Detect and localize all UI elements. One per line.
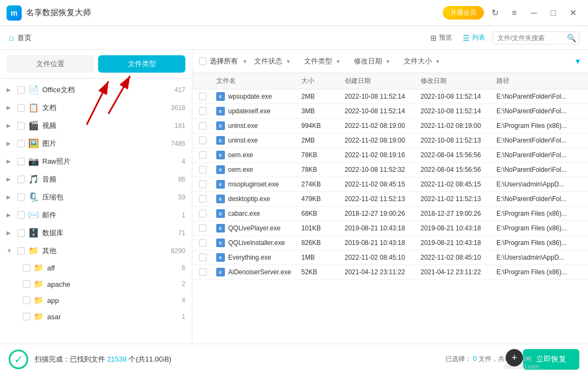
table-row[interactable]: E updateself.exe 3MB 2022-10-08 11:52:14…: [192, 104, 588, 119]
row-checkbox[interactable]: [199, 239, 206, 247]
sidebar-subitem-app[interactable]: 📁 app 4: [0, 292, 192, 308]
sidebar-item-doc[interactable]: ▶ 📋 文档 3618: [0, 99, 192, 117]
row-size: 78KB: [301, 151, 345, 159]
checkbox-database[interactable]: [17, 229, 25, 237]
add-button[interactable]: +: [506, 349, 523, 366]
row-checkbox[interactable]: [199, 224, 206, 232]
row-checkbox[interactable]: [199, 93, 206, 100]
checkbox-audio[interactable]: [17, 176, 25, 183]
select-all-checkbox[interactable]: [199, 57, 206, 65]
expand-icon: ▶: [7, 122, 14, 128]
row-checkbox[interactable]: [199, 107, 206, 115]
sidebar-item-other[interactable]: ▼ 📁 其他 8290: [0, 242, 192, 260]
sidebar-item-video[interactable]: ▶ 🎬 视频 181: [0, 117, 192, 134]
sidebar-subitem-asar[interactable]: 📁 asar 1: [0, 308, 192, 325]
filter-file-status[interactable]: 文件状态 ▼: [248, 54, 298, 68]
menu-button[interactable]: ≡: [506, 4, 523, 22]
modify-date-chevron: ▼: [385, 59, 391, 65]
table-row[interactable]: E Everything.exe 1MB 2022-11-02 08:45:10…: [192, 250, 588, 265]
checkbox-doc[interactable]: [17, 104, 25, 112]
search-input[interactable]: [493, 31, 579, 44]
row-created: 2022-11-02 08:19:16: [345, 151, 421, 159]
row-checkbox[interactable]: [199, 180, 206, 188]
sidebar-subitem-apache[interactable]: 📁 apache 2: [0, 276, 192, 292]
row-checkbox[interactable]: [199, 151, 206, 159]
table-row[interactable]: E cabarc.exe 68KB 2018-12-27 19:00:26 20…: [192, 207, 588, 221]
titlebar: m 名享数据恢复大师 开通会员 ↻ ≡ ─ □ ✕: [0, 0, 588, 26]
app-title: 名享数据恢复大师: [26, 8, 91, 18]
check-icon: ✓: [9, 350, 28, 369]
table-row[interactable]: E AiDenoiserServer.exe 52KB 2021-04-12 2…: [192, 265, 588, 280]
row-created: 2019-08-21 10:43:18: [345, 224, 421, 232]
row-checkbox-cell: [199, 137, 216, 144]
row-checkbox[interactable]: [199, 122, 206, 130]
checkbox-asar[interactable]: [23, 313, 30, 320]
row-checkbox[interactable]: [199, 254, 206, 261]
titlebar-right: 开通会员 ↻ ≡ ─ □ ✕: [443, 4, 581, 22]
list-view-btn[interactable]: ☰ 列表: [460, 31, 488, 44]
checkbox-image[interactable]: [17, 140, 25, 147]
checkbox-other[interactable]: [17, 247, 25, 255]
filter-modify-date[interactable]: 修改日期 ▼: [347, 54, 397, 68]
table-row[interactable]: E oem.exe 78KB 2022-10-08 11:52:32 2022-…: [192, 163, 588, 177]
table-row[interactable]: E wpsupdate.exe 2MB 2022-10-08 11:52:14 …: [192, 89, 588, 104]
filter-file-size[interactable]: 文件大小 ▼: [397, 54, 447, 68]
item-count-image: 7486: [171, 140, 185, 147]
sidebar-item-audio[interactable]: ▶ 🎵 音频 86: [0, 170, 192, 188]
checkbox-archive[interactable]: [17, 194, 25, 201]
sidebar-item-image[interactable]: ▶ 🖼️ 图片 7486: [0, 134, 192, 152]
checkbox-apache[interactable]: [23, 280, 30, 288]
filter-file-type[interactable]: 文件类型 ▼: [298, 54, 347, 68]
table-row[interactable]: E QQLivePlayer.exe 101KB 2019-08-21 10:4…: [192, 221, 588, 236]
tab-file-location[interactable]: 文件位置: [7, 55, 94, 73]
sidebar-item-archive[interactable]: ▶ 🗜️ 压缩包 59: [0, 188, 192, 206]
table-row[interactable]: E msopluginset.exe 274KB 2022-11-02 08:4…: [192, 177, 588, 192]
row-modified: 2022-10-08 11:52:14: [421, 107, 496, 115]
sidebar-item-email[interactable]: ▶ ✉️ 邮件 1: [0, 206, 192, 224]
scan-complete-label: 扫描完成：已找到文件: [35, 355, 105, 363]
row-path: E:\NoParentFolder\Fol...: [496, 137, 581, 144]
sidebar-item-raw[interactable]: ▶ 📷 Raw照片 4: [0, 152, 192, 170]
checkbox-aff[interactable]: [23, 264, 30, 272]
row-checkbox[interactable]: [199, 268, 206, 276]
th-checkbox: [199, 76, 216, 86]
item-name-audio: 音频: [42, 175, 175, 184]
checkbox-app[interactable]: [23, 296, 30, 304]
row-checkbox[interactable]: [199, 166, 206, 173]
table-row[interactable]: E QQLiveInstaller.exe 826KB 2019-08-21 1…: [192, 236, 588, 250]
vip-button[interactable]: 开通会员: [443, 6, 484, 20]
search-button[interactable]: 🔍: [567, 34, 576, 42]
filter-icon[interactable]: ▼: [574, 57, 581, 66]
row-path: E:\Program Files (x86)...: [496, 210, 581, 217]
row-checkbox[interactable]: [199, 137, 206, 144]
select-all-filter[interactable]: 选择所有 ▼: [199, 56, 248, 66]
sidebar-item-office[interactable]: ▶ 📄 Office文档 417: [0, 81, 192, 99]
restore-button[interactable]: 立即恢复: [523, 349, 579, 370]
refresh-button[interactable]: ↻: [486, 4, 503, 22]
table-row[interactable]: E oem.exe 78KB 2022-11-02 08:19:16 2022-…: [192, 148, 588, 163]
subitem-count-asar: 1: [182, 313, 185, 320]
sidebar-item-database[interactable]: ▶ 🗄️ 数据库 71: [0, 224, 192, 242]
row-checkbox[interactable]: [199, 195, 206, 203]
checkbox-office[interactable]: [17, 86, 25, 94]
home-label: 首页: [17, 33, 31, 43]
preview-view-btn[interactable]: ⊞ 预览: [427, 31, 455, 44]
checkbox-raw[interactable]: [17, 158, 25, 165]
th-size: 大小: [301, 76, 345, 86]
row-size: 479KB: [301, 195, 345, 203]
table-row[interactable]: E uninst.exe 2MB 2022-11-02 08:19:00 202…: [192, 133, 588, 148]
row-checkbox[interactable]: [199, 210, 206, 217]
table-row[interactable]: E uninst.exe 994KB 2022-11-02 08:19:00 2…: [192, 119, 588, 133]
checkbox-email[interactable]: [17, 211, 25, 219]
item-count-office: 417: [175, 86, 185, 94]
row-path: E:\NoParentFolder\Fol...: [496, 151, 581, 159]
checkbox-video[interactable]: [17, 122, 25, 130]
maximize-button[interactable]: □: [545, 4, 562, 22]
database-icon: 🗄️: [28, 228, 39, 238]
close-button[interactable]: ✕: [564, 4, 581, 22]
tab-file-type[interactable]: 文件类型: [98, 55, 185, 73]
minimize-button[interactable]: ─: [525, 4, 542, 22]
table-row[interactable]: E desktoptip.exe 479KB 2022-11-02 11:52:…: [192, 192, 588, 207]
sidebar-subitem-aff[interactable]: 📁 aff 6: [0, 260, 192, 276]
home-nav[interactable]: ⌂ 首页: [9, 33, 31, 43]
